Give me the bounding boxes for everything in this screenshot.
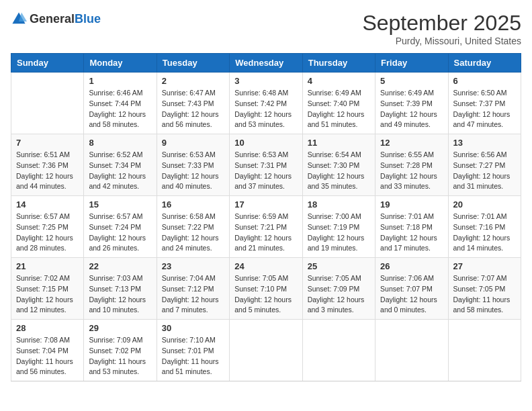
weekday-friday: Friday: [375, 54, 448, 73]
calendar-cell: 11Sunrise: 6:54 AMSunset: 7:30 PMDayligh…: [302, 134, 375, 196]
day-info: Sunrise: 6:51 AMSunset: 7:36 PMDaylight:…: [16, 150, 79, 192]
day-number: 14: [16, 199, 79, 210]
day-number: 2: [162, 76, 224, 86]
day-info: Sunrise: 7:07 AMSunset: 7:05 PMDaylight:…: [453, 273, 516, 316]
calendar-cell: 6Sunrise: 6:50 AMSunset: 7:37 PMDaylight…: [448, 73, 521, 134]
calendar-body: 1Sunrise: 6:46 AMSunset: 7:44 PMDaylight…: [11, 73, 521, 381]
day-info: Sunrise: 7:04 AMSunset: 7:12 PMDaylight:…: [162, 273, 224, 316]
day-number: 21: [16, 261, 79, 271]
day-number: 17: [234, 199, 297, 210]
weekday-wednesday: Wednesday: [230, 54, 302, 73]
day-info: Sunrise: 7:10 AMSunset: 7:01 PMDaylight:…: [162, 335, 224, 377]
day-info: Sunrise: 6:56 AMSunset: 7:27 PMDaylight:…: [453, 150, 516, 192]
day-number: 29: [89, 323, 151, 333]
calendar-cell: 1Sunrise: 6:46 AMSunset: 7:44 PMDaylight…: [84, 73, 157, 134]
day-info: Sunrise: 6:49 AMSunset: 7:39 PMDaylight:…: [380, 88, 443, 130]
calendar-cell: 30Sunrise: 7:10 AMSunset: 7:01 PMDayligh…: [157, 320, 229, 381]
day-info: Sunrise: 6:53 AMSunset: 7:33 PMDaylight:…: [162, 150, 224, 192]
logo: GeneralBlue: [11, 11, 101, 27]
calendar-cell: 2Sunrise: 6:47 AMSunset: 7:43 PMDaylight…: [157, 73, 229, 134]
day-number: 26: [380, 261, 443, 271]
day-number: 15: [89, 199, 151, 210]
day-info: Sunrise: 6:58 AMSunset: 7:22 PMDaylight:…: [162, 212, 224, 254]
day-info: Sunrise: 6:50 AMSunset: 7:37 PMDaylight:…: [453, 88, 516, 130]
day-info: Sunrise: 7:05 AMSunset: 7:10 PMDaylight:…: [234, 273, 297, 316]
day-info: Sunrise: 7:05 AMSunset: 7:09 PMDaylight:…: [308, 273, 370, 316]
page-header: GeneralBlue September 2025 Purdy, Missou…: [11, 11, 521, 46]
calendar-cell: 27Sunrise: 7:07 AMSunset: 7:05 PMDayligh…: [448, 258, 521, 320]
month-title: September 2025: [362, 11, 521, 36]
logo-blue: Blue: [75, 12, 101, 26]
weekday-monday: Monday: [84, 54, 157, 73]
day-number: 28: [16, 323, 79, 333]
calendar-cell: 10Sunrise: 6:53 AMSunset: 7:31 PMDayligh…: [230, 134, 302, 196]
day-number: 8: [89, 138, 151, 148]
day-info: Sunrise: 6:53 AMSunset: 7:31 PMDaylight:…: [234, 150, 297, 192]
day-info: Sunrise: 7:01 AMSunset: 7:18 PMDaylight:…: [380, 212, 443, 254]
calendar-cell: 15Sunrise: 6:57 AMSunset: 7:24 PMDayligh…: [84, 196, 157, 258]
calendar-cell: 12Sunrise: 6:55 AMSunset: 7:28 PMDayligh…: [375, 134, 448, 196]
calendar-week-2: 7Sunrise: 6:51 AMSunset: 7:36 PMDaylight…: [11, 134, 521, 196]
calendar-week-1: 1Sunrise: 6:46 AMSunset: 7:44 PMDaylight…: [11, 73, 521, 134]
calendar-cell: 23Sunrise: 7:04 AMSunset: 7:12 PMDayligh…: [157, 258, 229, 320]
calendar-cell: 13Sunrise: 6:56 AMSunset: 7:27 PMDayligh…: [448, 134, 521, 196]
day-number: 27: [453, 261, 516, 271]
calendar-cell: 7Sunrise: 6:51 AMSunset: 7:36 PMDaylight…: [11, 134, 84, 196]
day-number: 10: [234, 138, 297, 148]
day-info: Sunrise: 6:52 AMSunset: 7:34 PMDaylight:…: [89, 150, 151, 192]
calendar-week-3: 14Sunrise: 6:57 AMSunset: 7:25 PMDayligh…: [11, 196, 521, 258]
calendar-cell: 14Sunrise: 6:57 AMSunset: 7:25 PMDayligh…: [11, 196, 84, 258]
calendar-cell: 18Sunrise: 7:00 AMSunset: 7:19 PMDayligh…: [302, 196, 375, 258]
day-number: 22: [89, 261, 151, 271]
day-number: 5: [380, 76, 443, 86]
day-info: Sunrise: 6:46 AMSunset: 7:44 PMDaylight:…: [89, 88, 151, 130]
calendar-cell: 3Sunrise: 6:48 AMSunset: 7:42 PMDaylight…: [230, 73, 302, 134]
calendar-cell: 24Sunrise: 7:05 AMSunset: 7:10 PMDayligh…: [230, 258, 302, 320]
day-number: 11: [308, 138, 370, 148]
day-info: Sunrise: 6:57 AMSunset: 7:24 PMDaylight:…: [89, 212, 151, 254]
calendar-cell: 9Sunrise: 6:53 AMSunset: 7:33 PMDaylight…: [157, 134, 229, 196]
weekday-thursday: Thursday: [302, 54, 375, 73]
weekday-sunday: Sunday: [11, 54, 84, 73]
day-info: Sunrise: 7:06 AMSunset: 7:07 PMDaylight:…: [380, 273, 443, 316]
calendar-cell: 19Sunrise: 7:01 AMSunset: 7:18 PMDayligh…: [375, 196, 448, 258]
day-number: 16: [162, 199, 224, 210]
day-number: 6: [453, 76, 516, 86]
day-number: 4: [308, 76, 370, 86]
day-info: Sunrise: 6:48 AMSunset: 7:42 PMDaylight:…: [234, 88, 297, 130]
weekday-header-row: SundayMondayTuesdayWednesdayThursdayFrid…: [11, 54, 521, 73]
day-number: 3: [234, 76, 297, 86]
day-info: Sunrise: 6:47 AMSunset: 7:43 PMDaylight:…: [162, 88, 224, 130]
calendar-cell: 26Sunrise: 7:06 AMSunset: 7:07 PMDayligh…: [375, 258, 448, 320]
day-info: Sunrise: 7:03 AMSunset: 7:13 PMDaylight:…: [89, 273, 151, 316]
calendar-cell: 8Sunrise: 6:52 AMSunset: 7:34 PMDaylight…: [84, 134, 157, 196]
calendar-cell: 4Sunrise: 6:49 AMSunset: 7:40 PMDaylight…: [302, 73, 375, 134]
calendar-cell: 21Sunrise: 7:02 AMSunset: 7:15 PMDayligh…: [11, 258, 84, 320]
calendar-cell: 16Sunrise: 6:58 AMSunset: 7:22 PMDayligh…: [157, 196, 229, 258]
calendar-cell: [448, 320, 521, 381]
calendar-cell: 25Sunrise: 7:05 AMSunset: 7:09 PMDayligh…: [302, 258, 375, 320]
day-number: 13: [453, 138, 516, 148]
day-number: 25: [308, 261, 370, 271]
calendar-cell: [302, 320, 375, 381]
day-number: 20: [453, 199, 516, 210]
day-number: 23: [162, 261, 224, 271]
location: Purdy, Missouri, United States: [362, 36, 521, 46]
day-number: 24: [234, 261, 297, 271]
day-number: 19: [380, 199, 443, 210]
day-number: 12: [380, 138, 443, 148]
calendar-cell: [230, 320, 302, 381]
day-info: Sunrise: 7:01 AMSunset: 7:16 PMDaylight:…: [453, 212, 516, 254]
calendar-cell: [375, 320, 448, 381]
day-info: Sunrise: 7:08 AMSunset: 7:04 PMDaylight:…: [16, 335, 79, 377]
title-block: September 2025 Purdy, Missouri, United S…: [362, 11, 521, 46]
day-number: 1: [89, 76, 151, 86]
calendar-cell: [11, 73, 84, 134]
calendar-cell: 28Sunrise: 7:08 AMSunset: 7:04 PMDayligh…: [11, 320, 84, 381]
day-info: Sunrise: 6:54 AMSunset: 7:30 PMDaylight:…: [308, 150, 370, 192]
day-info: Sunrise: 6:49 AMSunset: 7:40 PMDaylight:…: [308, 88, 370, 130]
day-info: Sunrise: 6:57 AMSunset: 7:25 PMDaylight:…: [16, 212, 79, 254]
day-number: 7: [16, 138, 79, 148]
day-number: 18: [308, 199, 370, 210]
day-number: 9: [162, 138, 224, 148]
